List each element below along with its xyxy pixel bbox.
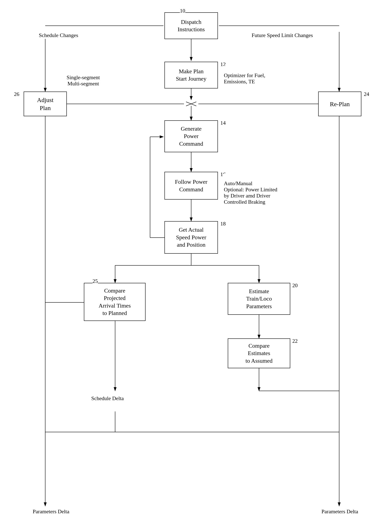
dispatch-instructions-label: Dispatch Instructions <box>177 18 205 33</box>
compare-projected-label: Compare Projected Arrival Times to Plann… <box>99 287 131 317</box>
make-plan-label: Make Plan Start Journey <box>176 68 207 83</box>
parameters-delta-left-label: Parameters Delta <box>32 508 70 515</box>
adjust-plan-label: Adjust Plan <box>37 96 53 112</box>
estimate-train-number: 20 <box>292 282 298 289</box>
compare-projected-box: Compare Projected Arrival Times to Plann… <box>84 283 145 321</box>
optimizer-label: Optimizer for Fuel, Emissions, TE <box>223 66 266 85</box>
get-actual-number: 18 <box>220 221 226 227</box>
adjust-plan-number: 26 <box>14 91 19 97</box>
generate-power-label: Generate Power Command <box>179 125 203 147</box>
follow-power-box: Follow Power Command <box>164 172 218 200</box>
dispatch-instructions-box: Dispatch Instructions <box>164 12 218 39</box>
dispatch-number: 10 <box>180 8 185 14</box>
estimate-train-box: Estimate Train/Loco Parameters <box>228 283 290 315</box>
compare-estimates-label: Compare Estimates to Assumed <box>245 342 272 365</box>
get-actual-box: Get Actual Speed Power and Position <box>164 221 218 254</box>
diagram-container: Dispatch Instructions 10 Make Plan Start… <box>0 0 392 532</box>
generate-power-box: Generate Power Command <box>164 120 218 152</box>
follow-power-label: Follow Power Command <box>175 178 207 193</box>
get-actual-label: Get Actual Speed Power and Position <box>176 226 206 248</box>
schedule-changes-label: Schedule Changes <box>38 32 79 39</box>
parameters-delta-right-label: Parameters Delta <box>321 508 359 515</box>
schedule-delta-label: Schedule Delta <box>90 395 125 402</box>
generate-power-number: 14 <box>220 120 226 126</box>
re-plan-box: Re-Plan <box>318 91 361 116</box>
auto-manual-label: Auto/Manual Optional: Power Limited by D… <box>223 174 278 205</box>
svg-line-6 <box>186 102 196 106</box>
re-plan-label: Re-Plan <box>330 100 350 108</box>
single-segment-label: Single-segment Multi-segment <box>66 68 101 87</box>
compare-estimates-box: Compare Estimates to Assumed <box>228 338 290 368</box>
adjust-plan-box: Adjust Plan <box>24 91 67 116</box>
compare-projected-number: 25 <box>93 278 98 284</box>
make-plan-box: Make Plan Start Journey <box>164 62 218 88</box>
estimate-train-label: Estimate Train/Loco Parameters <box>246 288 272 310</box>
re-plan-number: 24 <box>364 91 369 97</box>
compare-estimates-number: 22 <box>292 338 298 344</box>
svg-line-7 <box>186 102 196 106</box>
future-speed-label: Future Speed Limit Changes <box>251 32 314 39</box>
